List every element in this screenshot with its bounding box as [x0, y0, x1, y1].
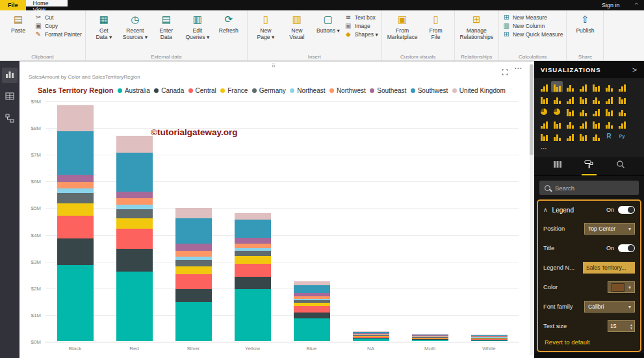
ribbon-button-buttons[interactable]: ▢Buttons ▾: [313, 12, 343, 52]
viz-icon-stacked-area-chart[interactable]: [551, 94, 563, 105]
collapse-pane-icon[interactable]: >: [632, 66, 638, 73]
bar-segment-southwest[interactable]: [116, 153, 153, 192]
ribbon-button-manage-relationships[interactable]: ⊞Manage Relationships: [458, 12, 496, 52]
ribbon-button-new-measure[interactable]: ⊞New Measure: [502, 14, 563, 21]
text-input-legend-n[interactable]: Sales Territory...: [583, 262, 635, 274]
bar-segment-germany[interactable]: [175, 260, 212, 266]
ribbon-button-cut[interactable]: ✂Cut: [34, 14, 82, 21]
bar-segment-australia[interactable]: [471, 340, 508, 341]
ribbon-button-text-box[interactable]: ≡Text box: [344, 14, 378, 21]
bar-segment-central[interactable]: [294, 306, 330, 313]
bar-segment-united-kingdom[interactable]: [235, 213, 271, 220]
viz-icon-python-visual[interactable]: Py: [616, 131, 628, 142]
viz-icon-donut-chart[interactable]: [551, 106, 563, 117]
viz-icon-multi-row-card[interactable]: [551, 118, 563, 129]
focus-mode-icon[interactable]: [502, 66, 508, 78]
legend-section-header[interactable]: ∧ Legend On: [538, 201, 640, 219]
bar-segment-central[interactable]: [116, 229, 153, 249]
canvas-scrollbar[interactable]: [530, 64, 534, 355]
viz-icon-clustered-bar-chart[interactable]: [564, 81, 576, 92]
bar-segment-united-kingdom[interactable]: [116, 136, 153, 153]
viz-icon-card[interactable]: [538, 118, 550, 129]
revert-to-default-link[interactable]: Revert to default: [538, 336, 640, 350]
ribbon-button-new-visual[interactable]: ▥New Visual: [282, 12, 312, 52]
viz-icon-area-chart[interactable]: [538, 94, 550, 105]
dropdown-position[interactable]: Top Center▾: [584, 223, 635, 235]
bar-segment-australia[interactable]: [175, 302, 212, 341]
analytics-tab[interactable]: [613, 157, 628, 175]
viz-icon-line-and-stacked-column-chart[interactable]: [564, 94, 576, 105]
menu-tab-home[interactable]: Home: [26, 0, 68, 6]
ribbon-button-refresh[interactable]: ⟳Refresh: [214, 12, 244, 52]
bar-segment-southeast[interactable]: [175, 244, 212, 250]
spinner-down-icon[interactable]: ▾: [630, 326, 632, 329]
bar-segment-france[interactable]: [175, 266, 212, 274]
legend-item-northwest[interactable]: Northwest: [329, 87, 366, 94]
bar-segment-canada[interactable]: [175, 289, 212, 303]
collapse-ribbon-icon[interactable]: ^: [628, 0, 644, 10]
ribbon-button-recent-sources[interactable]: ◷Recent Sources ▾: [120, 12, 150, 52]
viz-icon-paginated-report[interactable]: [577, 131, 589, 142]
ribbon-button-from-marketplace[interactable]: ▣From Marketplace: [385, 12, 420, 52]
ribbon-button-new-page[interactable]: ▯New Page ▾: [251, 12, 281, 52]
legend-item-southwest[interactable]: Southwest: [411, 87, 448, 94]
viz-icon-ribbon-chart[interactable]: [590, 94, 602, 105]
viz-icon-treemap[interactable]: [564, 106, 576, 117]
bar-segment-northeast[interactable]: [57, 188, 94, 193]
bar-segment-southwest[interactable]: [57, 131, 94, 175]
bar-segment-germany[interactable]: [116, 209, 153, 218]
format-tab[interactable]: [582, 157, 597, 175]
search-input[interactable]: Search: [539, 181, 639, 195]
legend-item-australia[interactable]: Australia: [118, 87, 150, 94]
viz-icon-map[interactable]: [577, 106, 589, 117]
bar-segment-canada[interactable]: [294, 313, 330, 318]
viz-icon-shape-map[interactable]: [616, 118, 628, 129]
ribbon-button-new-quick-measure[interactable]: ⊞New Quick Measure: [502, 31, 563, 38]
report-view-button[interactable]: [2, 68, 18, 83]
bar-segment-southwest[interactable]: [235, 220, 271, 238]
viz-icon-scatter-chart[interactable]: [616, 94, 628, 105]
data-view-button[interactable]: [2, 90, 18, 105]
bar-segment-united-kingdom[interactable]: [175, 208, 212, 219]
bar-segment-central[interactable]: [175, 274, 212, 289]
viz-icon-waterfall-chart[interactable]: [603, 94, 615, 105]
ribbon-button-new-column[interactable]: ▥New Column: [502, 22, 563, 29]
dropdown-font-family[interactable]: Calibri▾: [584, 301, 635, 313]
bar-segment-france[interactable]: [57, 203, 94, 216]
bar-segment-southeast[interactable]: [116, 192, 153, 198]
ribbon-button-enter-data[interactable]: ▤Enter Data: [151, 12, 181, 52]
viz-icon-stacked-column-chart[interactable]: [551, 81, 563, 92]
fields-tab[interactable]: [550, 157, 565, 175]
toggle-title[interactable]: [618, 244, 635, 252]
legend-item-germany[interactable]: Germany: [252, 87, 286, 94]
viz-icon-arcgis-map[interactable]: [590, 131, 602, 142]
viz-icon-line-and-clustered-column-chart[interactable]: [577, 94, 589, 105]
color-picker[interactable]: ▾: [608, 281, 635, 293]
legend-item-canada[interactable]: Canada: [154, 87, 184, 94]
bar-segment-southeast[interactable]: [57, 175, 94, 181]
legend-item-southeast[interactable]: Southeast: [370, 87, 406, 94]
ribbon-button-from-file[interactable]: ▯From File: [421, 12, 451, 52]
bar-segment-australia[interactable]: [235, 289, 271, 341]
bar-segment-central[interactable]: [57, 216, 94, 238]
viz-icon-kpi[interactable]: [564, 118, 576, 129]
ribbon-button-paste[interactable]: ▤Paste: [3, 12, 33, 52]
scrollbar-thumb[interactable]: [530, 64, 534, 155]
viz-icon-more-options[interactable]: ⋯: [538, 143, 550, 154]
ribbon-button-shapes[interactable]: ◆Shapes ▾: [344, 31, 378, 38]
bar-segment-australia[interactable]: [116, 272, 153, 341]
bar-segment-australia[interactable]: [57, 265, 94, 341]
bar-segment-australia[interactable]: [412, 340, 448, 341]
bar-segment-australia[interactable]: [353, 339, 389, 341]
bar-segment-canada[interactable]: [235, 277, 271, 289]
ribbon-button-copy[interactable]: ▣Copy: [34, 22, 82, 29]
viz-icon-stacked-bar-chart[interactable]: [538, 81, 550, 92]
viz-icon-line-chart[interactable]: [616, 81, 628, 92]
viz-icon-table[interactable]: [590, 118, 602, 129]
legend-item-france[interactable]: France: [220, 87, 248, 94]
model-view-button[interactable]: [2, 112, 18, 127]
viz-icon-clustered-column-chart[interactable]: [577, 81, 589, 92]
viz-icon-r-script-visual[interactable]: R: [603, 131, 615, 142]
ribbon-button-get-data[interactable]: ▦Get Data ▾: [89, 12, 119, 52]
viz-icon-100-stacked-bar-chart[interactable]: [590, 81, 602, 92]
